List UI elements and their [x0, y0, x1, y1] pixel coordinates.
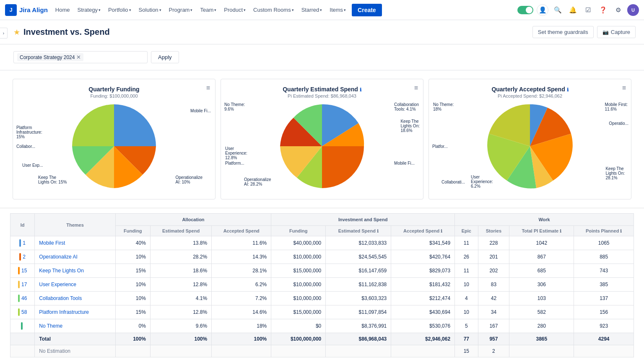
- col-acc-spend-val: Accepted Spend ℹ: [391, 226, 455, 236]
- page-title-wrap: ★ Investment vs. Spend: [13, 27, 110, 37]
- table-row: 17 User Experience 10% 12.8% 6.2% $10,00…: [10, 278, 634, 292]
- chart-menu-icon-3[interactable]: ≡: [622, 84, 626, 92]
- investment-spend-table: Id Themes Allocation Investment and Spen…: [10, 213, 634, 357]
- logo-icon: J: [5, 4, 17, 16]
- col-stories: Stories: [478, 226, 509, 236]
- col-total-pi: Total PI Estimate ℹ: [509, 226, 574, 236]
- table-row: 2 Operationalize AI 10% 28.2% 14.3% $10,…: [10, 250, 634, 264]
- pie-chart-1: [68, 100, 160, 192]
- theme-link[interactable]: Mobile First: [39, 240, 65, 246]
- col-funding-pct: Funding: [115, 226, 150, 236]
- pie-chart-3: [484, 100, 576, 192]
- col-group-work: Work: [455, 214, 634, 226]
- table-row: 15 Keep The Lights On 15% 18.6% 28.1% $1…: [10, 264, 634, 278]
- filter-tag: Corporate Strategy 2024 ✕: [17, 53, 83, 61]
- col-epic: Epic: [455, 226, 478, 236]
- col-acc-spend-pct: Accepted Spend: [212, 226, 271, 236]
- chart-subtitle-1: Funding: $100,000,000: [20, 93, 208, 98]
- theme-link[interactable]: Platform Infrastructure: [39, 309, 89, 315]
- theme-link[interactable]: Operationalize AI: [39, 254, 77, 260]
- col-group-investment: Investment and Spend: [271, 214, 455, 226]
- table-row: No Theme 0% 9.6% 18% $0 $8,376,991 $530,…: [10, 319, 634, 333]
- col-points: Points Planned ℹ: [574, 226, 634, 236]
- nav-item-solution[interactable]: Solution ▾: [135, 4, 165, 16]
- toggle-pill[interactable]: [517, 6, 533, 14]
- nav-item-strategy[interactable]: Strategy ▾: [74, 4, 104, 16]
- col-est-spend-pct: Estimated Spend: [150, 226, 211, 236]
- logo[interactable]: J Jira Align: [5, 4, 48, 16]
- theme-link[interactable]: No Theme: [39, 323, 62, 329]
- nav-item-product[interactable]: Product ▾: [221, 4, 249, 16]
- no-estimation-row: No Estimation 15 2: [10, 345, 634, 357]
- chart-quarterly-estimated: ≡ Quarterly Estimated Spend ℹ Pi Estimat…: [221, 79, 423, 199]
- pie-chart-2: [276, 100, 368, 192]
- create-button[interactable]: Create: [352, 4, 382, 16]
- chart-menu-icon-2[interactable]: ≡: [414, 84, 418, 92]
- settings-icon[interactable]: ⚙: [612, 4, 624, 16]
- col-est-spend-val: Estimated Spend ℹ: [326, 226, 391, 236]
- header-actions: Set theme guardrails 📷Capture: [532, 26, 636, 38]
- search-icon[interactable]: 🔍: [552, 4, 564, 16]
- chart-subtitle-2: Pi Estimated Spend: $86,968,043: [228, 93, 416, 98]
- chart-quarterly-funding: ≡ Quarterly Funding Funding: $100,000,00…: [13, 79, 216, 199]
- nav-item-team[interactable]: Team ▾: [197, 4, 220, 16]
- chart-title-2: Quarterly Estimated Spend ℹ: [228, 86, 416, 93]
- nav-item-starred[interactable]: Starred ▾: [298, 4, 326, 16]
- filter-bar: Corporate Strategy 2024 ✕ Apply: [0, 44, 644, 70]
- chart-subtitle-3: Pi Accepted Spend: $2,946,062: [436, 93, 624, 98]
- table-row: 58 Platform Infrastructure 15% 12.8% 14.…: [10, 305, 634, 319]
- apply-button[interactable]: Apply: [151, 51, 179, 63]
- user-icon[interactable]: 👤: [537, 4, 548, 16]
- theme-link[interactable]: User Experience: [39, 282, 76, 287]
- capture-button[interactable]: 📷Capture: [597, 26, 636, 38]
- set-theme-guardrails-button[interactable]: Set theme guardrails: [532, 26, 594, 38]
- nav-item-custom-rooms[interactable]: Custom Rooms ▾: [250, 4, 297, 16]
- chart-title-3: Quarterly Accepted Spend ℹ: [436, 86, 624, 93]
- page-title: Investment vs. Spend: [23, 27, 110, 37]
- logo-text: Jira Align: [19, 6, 48, 13]
- nav-item-items[interactable]: Items ▾: [326, 4, 349, 16]
- total-row: Total 100% 100% 100% $100,000,000 $86,96…: [10, 333, 634, 345]
- page-header: ★ Investment vs. Spend Set theme guardra…: [0, 20, 644, 44]
- table-section: Id Themes Allocation Investment and Spen…: [0, 208, 644, 362]
- avatar[interactable]: U: [627, 4, 639, 16]
- nav-item-program[interactable]: Program ▾: [166, 4, 196, 16]
- col-group-allocation: Allocation: [115, 214, 271, 226]
- notification-icon[interactable]: 🔔: [567, 4, 579, 16]
- col-id: Id: [10, 214, 35, 236]
- chart-title-1: Quarterly Funding: [20, 86, 208, 93]
- chart-menu-icon[interactable]: ≡: [206, 84, 210, 92]
- nav-item-home[interactable]: Home: [52, 4, 73, 16]
- remove-tag-icon[interactable]: ✕: [76, 54, 81, 60]
- sidebar-toggle[interactable]: ›: [0, 28, 8, 39]
- top-nav: J Jira Align Home Strategy ▾ Portfolio ▾…: [0, 0, 644, 20]
- filter-tag-input[interactable]: Corporate Strategy 2024 ✕: [13, 51, 148, 63]
- charts-area: ≡ Quarterly Funding Funding: $100,000,00…: [0, 70, 644, 208]
- star-icon[interactable]: ★: [13, 28, 20, 37]
- nav-item-portfolio[interactable]: Portfolio ▾: [105, 4, 135, 16]
- col-funding-val: Funding: [271, 226, 326, 236]
- table-row: 1 Mobile First 40% 13.8% 11.6% $40,000,0…: [10, 236, 634, 250]
- chart-quarterly-accepted: ≡ Quarterly Accepted Spend ℹ Pi Accepted…: [428, 79, 631, 199]
- theme-link[interactable]: Keep The Lights On: [39, 268, 84, 274]
- col-themes: Themes: [35, 214, 115, 236]
- checkbox-icon[interactable]: ☑: [582, 4, 594, 16]
- table-row: 46 Collaboration Tools 10% 4.1% 7.2% $10…: [10, 292, 634, 305]
- help-icon[interactable]: ❓: [597, 4, 609, 16]
- theme-link[interactable]: Collaboration Tools: [39, 295, 82, 301]
- nav-right-actions: 👤 🔍 🔔 ☑ ❓ ⚙ U: [517, 4, 639, 16]
